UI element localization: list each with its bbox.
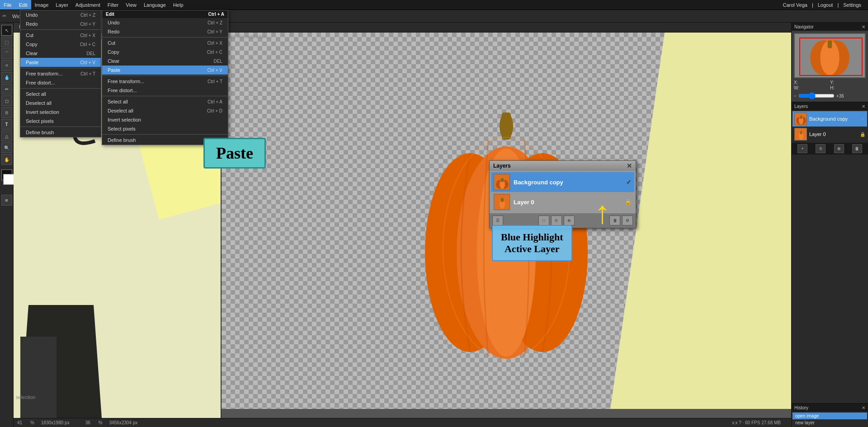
text-tool[interactable]: T [1,119,12,130]
layer-delete-btn[interactable]: 🗑 [852,144,862,153]
float-layer-duplicate[interactable]: ⎘ [551,216,562,225]
status-bar: 41 % 1830x1980 px 36 % 3456x2304 px v.x … [14,418,791,427]
settings-link[interactable]: Settings [843,2,861,8]
fps-info: v.x ? · 60 FPS 27.68 MB [732,420,781,425]
layer-thumb-bg [794,113,807,125]
float-layer-bg-copy[interactable]: Background copy ✓ [491,172,634,192]
submenu-deselect-all-label: Deselect all [108,108,133,113]
lasso-tool[interactable]: ⌒ [1,48,12,59]
submenu-select-all-shortcut: Ctrl + A [208,99,222,104]
dropdown-redo[interactable]: Redo Ctrl + Y [20,19,101,28]
move-tool[interactable]: ↖ [1,25,12,36]
layer-merge-btn[interactable]: ⊕ [834,144,844,153]
select-tool[interactable]: ⬚ [1,37,12,47]
shape-tool[interactable]: △ [1,131,12,141]
submenu-redo-shortcut: Ctrl + Y [208,29,222,34]
history-panel: History ✕ open image new layer [792,403,868,427]
float-layer-delete[interactable]: 🗑 [609,216,620,225]
float-layer-menu[interactable]: ☰ [492,216,503,225]
dropdown-free-distort[interactable]: Free distort... [20,78,101,87]
svg-rect-28 [501,198,504,202]
layers-close[interactable]: ✕ [862,104,865,109]
menu-edit[interactable]: Edit [15,0,31,9]
menu-language[interactable]: Language [140,0,170,9]
layers-float-close[interactable]: ✕ [627,162,632,169]
navigator-header[interactable]: Navigator ✕ [792,23,868,31]
hand-tool[interactable]: ✋ [1,154,12,165]
bg-color[interactable] [3,174,14,185]
history-new-layer[interactable]: new layer [793,419,867,426]
crop-tool[interactable]: ⌗ [1,60,12,71]
submenu-select-all[interactable]: Select all Ctrl + A [102,97,228,106]
clear-label: Clear [26,51,38,56]
dropdown-select-pixels[interactable]: Select pixels [20,117,101,126]
history-close[interactable]: ✕ [862,405,865,410]
float-layer-add[interactable]: □ [538,216,549,225]
dropdown-free-transform[interactable]: Free transform... Ctrl + T [20,69,101,78]
dropdown-undo[interactable]: Undo Ctrl + Z [20,10,101,19]
dropdown-clear[interactable]: Clear DEL [20,49,101,58]
history-open-image[interactable]: open image [793,413,867,419]
dropdown-select-all[interactable]: Select all [20,89,101,99]
clone-tool[interactable]: ⎘ [1,107,12,118]
nav-preview[interactable] [794,33,866,78]
history-header[interactable]: History ✕ [792,404,868,412]
dropdown-copy[interactable]: Copy Ctrl + C [20,40,101,49]
brush-tool[interactable]: ✏ [1,84,12,94]
layers-float-header[interactable]: Layers ✕ [490,161,636,171]
invert-selection-label: Invert selection [26,109,59,115]
submenu-free-distort[interactable]: Free distort... [102,86,228,95]
submenu-redo[interactable]: Redo Ctrl + Y [102,27,228,36]
edit-menu-dropdown: Undo Ctrl + Z Redo Ctrl + Y Cut Ctrl + X… [20,10,101,137]
menu-layer[interactable]: Layer [52,0,72,9]
dropdown-invert-selection[interactable]: Invert selection [20,108,101,117]
layer-duplicate-btn[interactable]: ⎘ [816,144,826,153]
navigator-close[interactable]: ✕ [862,24,865,29]
dropdown-paste[interactable]: Paste Ctrl + V [20,58,101,67]
logout-link[interactable]: Logout [818,2,833,8]
layers-header[interactable]: Layers ✕ [792,102,868,110]
submenu-deselect-all[interactable]: Deselect all Ctrl + D [102,106,228,115]
submenu-free-transform[interactable]: Free transform... Ctrl + T [102,77,228,86]
menu-image[interactable]: Image [31,0,52,9]
nav-zoom-slider[interactable] [798,92,835,99]
float-layer-0[interactable]: Layer 0 🔒 [491,192,634,212]
submenu-select-pixels[interactable]: Select pixels [102,124,228,133]
layer-item-bg-copy[interactable]: Background copy ✓ [793,111,867,127]
eyedrop-tool[interactable]: 💧 [1,72,12,83]
menu-filter[interactable]: Filter [104,0,122,9]
submenu-cut[interactable]: Cut Ctrl + X [102,38,228,47]
float-layer-check-bg[interactable]: ✓ [626,178,632,186]
submenu-clear[interactable]: Clear DEL [102,56,228,66]
layer-checkbox-bg[interactable]: ✓ [861,116,865,122]
submenu-undo[interactable]: Undo Ctrl + Z [102,18,228,27]
submenu-copy[interactable]: Copy Ctrl + C [102,47,228,56]
define-brush-label: Define brush [26,130,54,135]
user-name: Carol Vega [783,2,807,8]
layers-content: Background copy ✓ Layer 0 🔒 [792,110,868,143]
menu-adjustment[interactable]: Adjustment [72,0,104,9]
zoom-tool[interactable]: 🔍 [1,142,12,153]
paste-tooltip-label: Paste [216,144,253,162]
submenu-paste-shortcut: Ctrl + V [207,68,222,73]
menu-file[interactable]: File [0,0,15,9]
eraser-tool[interactable]: ◻ [1,95,12,106]
submenu-invert-selection[interactable]: Invert selection [102,115,228,124]
submenu-paste[interactable]: Paste Ctrl + V [102,66,228,75]
layer-add-btn[interactable]: + [797,144,807,153]
dropdown-deselect-all[interactable]: Deselect all [20,99,101,108]
submenu-divider-4 [102,134,228,135]
dropdown-define-brush[interactable]: Define brush [20,128,101,137]
menu-help[interactable]: Help [170,0,187,9]
menu-bar: File Edit Image Layer Adjustment Filter … [0,0,868,10]
svg-rect-12 [828,40,832,48]
nav-zoom-minus[interactable]: − [794,94,797,99]
layer-item-layer0[interactable]: Layer 0 🔒 [793,127,867,142]
float-layer-settings[interactable]: ⚙ [622,216,633,225]
grid-btn[interactable]: ⊞ [1,195,12,206]
dropdown-cut[interactable]: Cut Ctrl + X [20,31,101,40]
menu-view[interactable]: View [122,0,140,9]
float-layer-name-bg: Background copy [514,179,626,186]
float-layer-flatten[interactable]: ⊕ [564,216,575,225]
navigator-panel: Navigator ✕ [792,23,868,102]
